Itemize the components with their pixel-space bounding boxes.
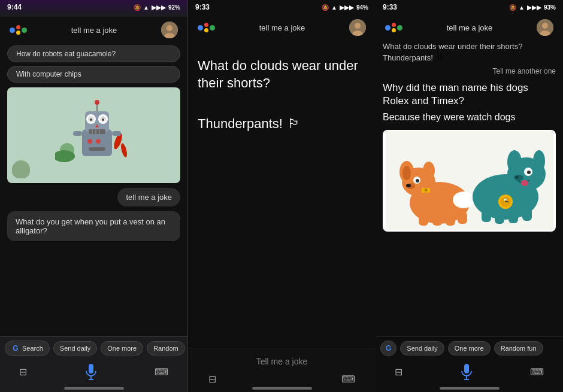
status-bar-3: 9:33 🔕 ▲ ▶▶▶ 93% xyxy=(376,0,563,14)
status-icons-1: 🔕 ▲ ▶▶▶ 92% xyxy=(134,4,180,11)
svg-point-6 xyxy=(120,142,128,157)
dot-yellow xyxy=(16,31,20,35)
dot-green-2 xyxy=(210,25,215,31)
query-text-3: tell me a joke xyxy=(402,23,537,32)
dot-yellow-2 xyxy=(204,28,208,32)
joke-q1-p3: What do clouds wear under their shorts? xyxy=(383,42,556,51)
svg-point-16 xyxy=(102,118,104,121)
svg-point-43 xyxy=(416,179,419,183)
signal-icon-3: ▶▶▶ xyxy=(527,4,541,11)
status-bar-1: 9:44 🔕 ▲ ▶▶▶ 92% xyxy=(0,0,187,14)
keyboard-icon-2[interactable]: ⌨ xyxy=(341,373,355,385)
dot-blue-3 xyxy=(385,25,391,31)
google-g-icon: G xyxy=(11,344,20,353)
one-more-label-1: One more xyxy=(107,345,137,352)
svg-text:★: ★ xyxy=(503,197,507,202)
random-button-1[interactable]: Random xyxy=(147,341,185,355)
tell-joke-text-2[interactable]: Tell me a joke xyxy=(194,352,370,371)
svg-rect-26 xyxy=(89,147,105,151)
time-1: 9:44 xyxy=(7,3,22,11)
svg-point-40 xyxy=(423,162,435,180)
dot-red xyxy=(16,25,20,29)
signal-icon-2: ▶▶▶ xyxy=(340,4,354,11)
keyboard-icon-1[interactable]: ⌨ xyxy=(155,366,168,378)
joke-answer-2: Thunderpants! xyxy=(198,111,283,138)
svg-point-63 xyxy=(515,176,519,178)
svg-rect-22 xyxy=(73,131,82,136)
keyboard-icon-3[interactable]: ⌨ xyxy=(530,366,544,378)
bottom-actions-3: G Send daily One more Random fun xyxy=(380,341,558,356)
svg-rect-48 xyxy=(446,214,455,226)
random-fun-button-3[interactable]: Random fun xyxy=(494,341,543,355)
wifi-icon: ▲ xyxy=(143,4,149,11)
mic-icon-1[interactable] xyxy=(80,361,102,382)
signal-icon: ▶▶▶ xyxy=(152,4,166,11)
avatar-3 xyxy=(537,19,553,36)
assistant-header-2: tell me a joke xyxy=(188,14,376,38)
chips-container: How do robots eat guacamole? With comput… xyxy=(7,45,180,83)
send-daily-label-1: Send daily xyxy=(60,345,90,352)
chip-chips[interactable]: With computer chips xyxy=(7,66,180,83)
avatar-2 xyxy=(349,19,366,36)
random-label-1: Random xyxy=(153,345,178,352)
search-button[interactable]: G Search xyxy=(5,341,50,356)
send-daily-button-3[interactable]: Send daily xyxy=(400,341,444,355)
send-daily-label-3: Send daily xyxy=(407,345,437,352)
assistant-header-1: tell me a joke xyxy=(0,17,187,41)
svg-rect-73 xyxy=(464,364,469,373)
joke-question-2: What do clouds wear under their shorts? xyxy=(198,53,366,96)
battery-2: 94% xyxy=(356,4,368,11)
svg-rect-46 xyxy=(419,214,428,226)
home-indicator-1 xyxy=(64,387,124,390)
send-daily-button-1[interactable]: Send daily xyxy=(53,341,97,355)
g-icon-btn-3[interactable]: G xyxy=(380,341,396,356)
nav-bar-3: ⊟ ⌨ xyxy=(380,358,558,384)
assistant-header-3: tell me a joke xyxy=(376,14,563,38)
input-box-1[interactable]: What do you get when you put a vest on a… xyxy=(7,211,180,241)
dog-svg: ★ xyxy=(386,131,553,230)
svg-rect-67 xyxy=(522,208,532,221)
status-icons-2: 🔕 ▲ ▶▶▶ 94% xyxy=(322,4,368,11)
svg-point-1 xyxy=(167,25,172,31)
svg-point-57 xyxy=(507,150,522,174)
svg-rect-64 xyxy=(482,209,491,222)
dot-green-3 xyxy=(397,25,402,31)
recent-icon-3[interactable]: ⊟ xyxy=(395,366,402,378)
bottom-bar-3: G Send daily One more Random fun ⊟ xyxy=(376,336,563,392)
joke-a1-p3: Thunderpants! xyxy=(383,53,433,62)
thunder-symbol-3: 🏳 xyxy=(437,53,444,62)
one-more-button-1[interactable]: One more xyxy=(101,341,143,355)
status-bar-2: 9:33 🔕 ▲ ▶▶▶ 94% xyxy=(188,0,376,14)
home-indicator-3 xyxy=(440,387,500,390)
time-2: 9:33 xyxy=(195,3,210,11)
chip-robots[interactable]: How do robots eat guacamole? xyxy=(7,45,180,62)
wifi-icon-2: ▲ xyxy=(331,4,337,11)
joke-q2-p3: Why did the man name his dogs Rolex and … xyxy=(383,81,556,108)
status-icons-3: 🔕 ▲ ▶▶▶ 93% xyxy=(509,4,556,11)
wifi-icon-3: ▲ xyxy=(519,4,525,11)
chat-content-3: What do clouds wear under their shorts? … xyxy=(376,38,563,336)
recent-icon-2[interactable]: ⊟ xyxy=(208,373,216,385)
mute-icon: 🔕 xyxy=(134,4,141,11)
query-text-1: tell me a joke xyxy=(27,26,161,35)
nav-bar-2: ⊟ ⌨ xyxy=(194,371,370,386)
tell-another-p3[interactable]: Tell me another one xyxy=(383,66,556,77)
svg-rect-18 xyxy=(89,129,105,134)
query-text-2: tell me a joke xyxy=(215,23,349,32)
svg-point-60 xyxy=(527,171,531,174)
dot-red-2 xyxy=(204,23,208,27)
recent-apps-icon-1[interactable]: ⊟ xyxy=(19,366,27,378)
svg-rect-65 xyxy=(495,211,504,224)
svg-rect-27 xyxy=(89,364,93,373)
one-more-button-3[interactable]: One more xyxy=(448,341,491,355)
avatar-1 xyxy=(161,22,178,38)
chat-content-2: What do clouds wear under their shorts? … xyxy=(188,38,376,348)
google-g-icon-3: G xyxy=(386,344,391,353)
mute-icon-2: 🔕 xyxy=(322,4,329,11)
google-logo-3 xyxy=(385,23,402,32)
random-fun-label-3: Random fun xyxy=(501,345,537,352)
dot-red-3 xyxy=(392,23,396,27)
mic-icon-3[interactable] xyxy=(456,361,477,382)
dot-blue xyxy=(10,28,15,33)
google-logo-2 xyxy=(198,23,215,32)
